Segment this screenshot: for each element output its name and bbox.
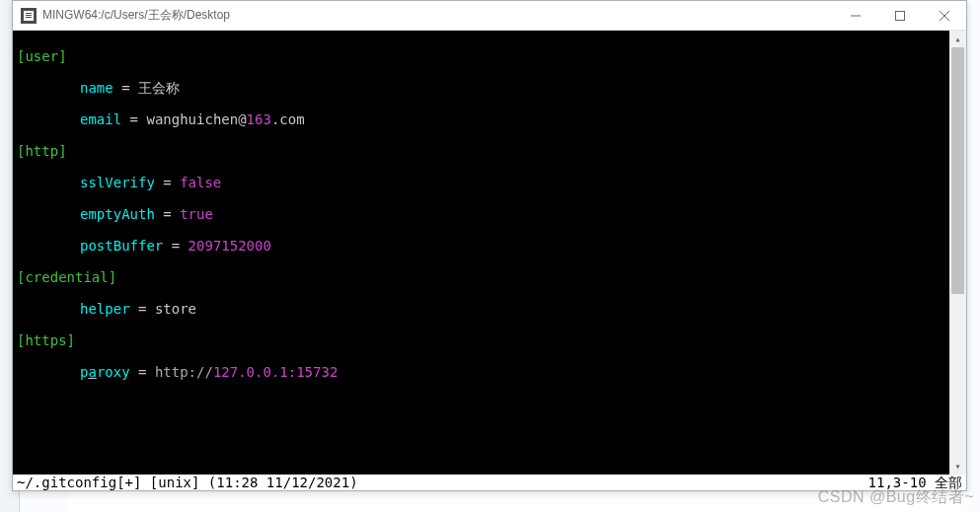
- line-proxy: paroxy = http://127.0.0.1:15732: [17, 364, 945, 380]
- line-postbuffer: postBuffer = 2097152000: [17, 238, 945, 254]
- section-http: [http]: [17, 143, 67, 159]
- line-sslverify: sslVerify = false: [17, 175, 945, 190]
- maximize-button[interactable]: [877, 1, 922, 30]
- window-title: MINGW64:/c/Users/王会称/Desktop: [42, 7, 833, 24]
- cursor-position: a: [88, 364, 96, 380]
- scrollbar-thumb[interactable]: [951, 47, 964, 294]
- status-left: ~/.gitconfig[+] [unix] (11:28 11/12/2021…: [17, 475, 868, 490]
- terminal-window: MINGW64:/c/Users/王会称/Desktop [user] name…: [12, 0, 967, 491]
- section-user: [user]: [17, 48, 67, 64]
- minimize-button[interactable]: [833, 1, 877, 30]
- vim-status-bar: ~/.gitconfig[+] [unix] (11:28 11/12/2021…: [13, 475, 966, 490]
- scrollbar-track[interactable]: [949, 47, 966, 458]
- scroll-up-button[interactable]: ▴: [949, 31, 966, 47]
- scroll-down-button[interactable]: ▾: [949, 458, 966, 475]
- svg-rect-0: [895, 11, 904, 20]
- mingw-icon: [21, 8, 37, 24]
- line-cred-section: [credential]: [17, 269, 945, 285]
- line-https-section: [https]: [17, 332, 945, 348]
- close-button[interactable]: [922, 1, 966, 30]
- editor-content[interactable]: [user] name = 王会称 email = wanghuichen@16…: [13, 31, 949, 475]
- terminal-body[interactable]: [user] name = 王会称 email = wanghuichen@16…: [13, 31, 966, 475]
- line-user-name: name = 王会称: [17, 80, 945, 96]
- line-user-email: email = wanghuichen@163.com: [17, 111, 945, 127]
- section-credential: [credential]: [17, 269, 116, 285]
- status-right: 11,3-10 全部: [868, 475, 962, 490]
- maximize-icon: [895, 11, 905, 21]
- close-icon: [940, 11, 949, 21]
- window-controls: [833, 1, 966, 30]
- titlebar[interactable]: MINGW64:/c/Users/王会称/Desktop: [13, 1, 966, 31]
- line-emptyauth: emptyAuth = true: [17, 206, 945, 222]
- section-https: [https]: [17, 332, 75, 348]
- line-user-section: [user]: [17, 48, 945, 64]
- scrollbar[interactable]: ▴ ▾: [949, 31, 966, 475]
- minimize-icon: [851, 11, 861, 21]
- line-http-section: [http]: [17, 143, 945, 159]
- line-helper: helper = store: [17, 301, 945, 317]
